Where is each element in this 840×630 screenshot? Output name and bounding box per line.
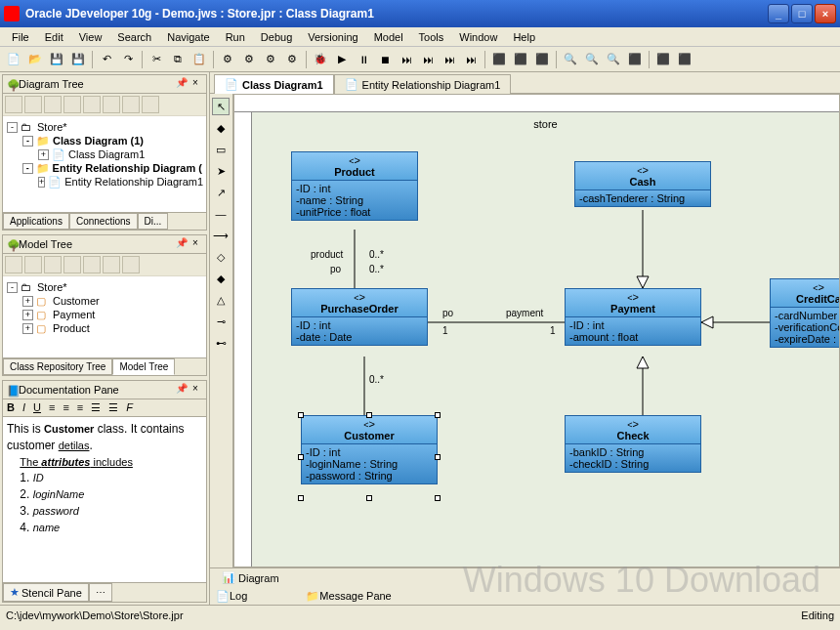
step-icon[interactable]: ⏭ bbox=[418, 50, 438, 69]
diagram-canvas[interactable]: store <>Product-ID : int-name : String-u… bbox=[233, 94, 840, 567]
palette-tool[interactable]: ➤ bbox=[212, 162, 230, 180]
close-pane-icon[interactable]: × bbox=[189, 77, 202, 91]
menu-search[interactable]: Search bbox=[109, 29, 159, 45]
tab-diagram[interactable]: 📊Diagram bbox=[214, 569, 287, 586]
tool-icon[interactable]: ⬛ bbox=[489, 50, 509, 69]
align-center-icon[interactable]: ≡ bbox=[61, 401, 70, 414]
tool-icon[interactable]: ⚙ bbox=[218, 50, 237, 69]
close-pane-icon[interactable]: × bbox=[189, 237, 202, 251]
toolbar-btn[interactable] bbox=[24, 256, 42, 273]
save-all-icon[interactable]: 💾 bbox=[68, 50, 88, 69]
toolbar-btn[interactable] bbox=[63, 256, 81, 273]
pin-icon[interactable]: 📌 bbox=[175, 237, 189, 251]
tool-icon[interactable]: ⬛ bbox=[532, 50, 552, 69]
tree-root[interactable]: -🗀Store* bbox=[7, 120, 202, 134]
tab-er-diagram[interactable]: 📄Entity Relationship Diagram1 bbox=[334, 74, 512, 94]
cut-icon[interactable]: ✂ bbox=[147, 50, 166, 69]
toolbar-btn[interactable] bbox=[142, 96, 159, 113]
tool-icon[interactable]: ⬛ bbox=[653, 50, 673, 69]
toolbar-btn[interactable] bbox=[5, 96, 22, 113]
palette-tool[interactable]: ◆ bbox=[212, 270, 230, 287]
toolbar-btn[interactable] bbox=[24, 96, 42, 113]
italic-button[interactable]: I bbox=[21, 401, 27, 414]
align-right-icon[interactable]: ≡ bbox=[75, 401, 85, 414]
tree-item[interactable]: +📄Class Diagram1 bbox=[7, 147, 202, 161]
diagram-tree[interactable]: -🗀Store* -📁Class Diagram (1) +📄Class Dia… bbox=[3, 116, 206, 212]
menu-file[interactable]: File bbox=[4, 29, 37, 45]
tree-item[interactable]: -📁Class Diagram (1) bbox=[7, 134, 202, 147]
zoom-out-icon[interactable]: 🔍 bbox=[582, 50, 602, 69]
class-product[interactable]: <>Product-ID : int-name : String-unitPri… bbox=[291, 151, 418, 221]
toolbar-btn[interactable] bbox=[103, 256, 120, 273]
toolbar-btn[interactable] bbox=[63, 96, 81, 113]
tab-message[interactable]: 📁Message Pane bbox=[306, 590, 391, 603]
menu-edit[interactable]: Edit bbox=[37, 29, 71, 45]
palette-tool[interactable]: — bbox=[212, 205, 230, 223]
zoom-in-icon[interactable]: 🔍 bbox=[561, 50, 580, 69]
tab-log[interactable]: 📄Log bbox=[216, 590, 247, 603]
palette-tool[interactable]: ↗ bbox=[212, 184, 230, 201]
tool-icon[interactable]: ⬛ bbox=[625, 50, 645, 69]
tree-root[interactable]: -🗀Store* bbox=[7, 280, 202, 294]
menu-model[interactable]: Model bbox=[366, 29, 411, 45]
bold-button[interactable]: B bbox=[5, 401, 17, 414]
tab-connections[interactable]: Connections bbox=[69, 213, 138, 230]
tool-icon[interactable]: ⬛ bbox=[675, 50, 694, 69]
tab-class-repo[interactable]: Class Repository Tree bbox=[3, 358, 112, 375]
tab-model-tree[interactable]: Model Tree bbox=[112, 358, 175, 375]
menu-view[interactable]: View bbox=[71, 29, 110, 45]
toolbar-btn[interactable] bbox=[122, 256, 140, 273]
tab-di[interactable]: Di... bbox=[138, 213, 169, 230]
tree-item[interactable]: +▢Payment bbox=[7, 308, 202, 321]
new-icon[interactable]: 📄 bbox=[4, 50, 23, 69]
tree-item[interactable]: -📁Entity Relationship Diagram ( bbox=[7, 161, 202, 175]
tool-icon[interactable]: ⬛ bbox=[511, 50, 530, 69]
redo-icon[interactable]: ↷ bbox=[118, 50, 138, 69]
class-payment[interactable]: <>Payment-ID : int-amount : float bbox=[565, 288, 701, 346]
save-icon[interactable]: 💾 bbox=[47, 50, 66, 69]
pause-icon[interactable]: ⏸ bbox=[354, 50, 373, 69]
tool-icon[interactable]: ⚙ bbox=[239, 50, 259, 69]
pin-icon[interactable]: 📌 bbox=[175, 383, 189, 397]
menu-debug[interactable]: Debug bbox=[253, 29, 300, 45]
tab-applications[interactable]: Applications bbox=[3, 213, 69, 230]
debug-icon[interactable]: 🐞 bbox=[311, 50, 330, 69]
menu-help[interactable]: Help bbox=[505, 29, 543, 45]
palette-tool[interactable]: ⊸ bbox=[212, 313, 230, 330]
tree-item[interactable]: +▢Product bbox=[7, 321, 202, 335]
toolbar-btn[interactable] bbox=[5, 256, 22, 273]
class-check[interactable]: <>Check-bankID : String-checkID : String bbox=[565, 415, 701, 473]
tree-item[interactable]: +📄Entity Relationship Diagram1 bbox=[7, 175, 202, 189]
toolbar-btn[interactable] bbox=[83, 256, 101, 273]
palette-tool[interactable]: ◆ bbox=[212, 119, 230, 137]
step-icon[interactable]: ⏭ bbox=[397, 50, 416, 69]
zoom-fit-icon[interactable]: 🔍 bbox=[604, 50, 623, 69]
tree-item[interactable]: +▢Customer bbox=[7, 294, 202, 308]
toolbar-btn[interactable] bbox=[103, 96, 120, 113]
list-icon[interactable]: ☰ bbox=[106, 401, 120, 414]
model-tree[interactable]: -🗀Store* +▢Customer +▢Payment +▢Product bbox=[3, 276, 206, 357]
tool-icon[interactable]: ⚙ bbox=[282, 50, 302, 69]
align-left-icon[interactable]: ≡ bbox=[47, 401, 57, 414]
class-creditcard[interactable]: <>CreditCa-cardNumber : -verificationCo-… bbox=[770, 278, 840, 348]
menu-tools[interactable]: Tools bbox=[411, 29, 452, 45]
undo-icon[interactable]: ↶ bbox=[97, 50, 116, 69]
copy-icon[interactable]: ⧉ bbox=[168, 50, 188, 69]
toolbar-btn[interactable] bbox=[44, 96, 62, 113]
step-icon[interactable]: ⏭ bbox=[440, 50, 459, 69]
palette-tool[interactable]: ⟶ bbox=[212, 227, 230, 244]
tab-stencil[interactable]: ★Stencil Pane bbox=[3, 583, 89, 602]
close-button[interactable]: × bbox=[815, 4, 836, 23]
paste-icon[interactable]: 📋 bbox=[189, 50, 209, 69]
list-icon[interactable]: ☰ bbox=[89, 401, 103, 414]
tab-more[interactable]: ⋯ bbox=[89, 583, 112, 602]
class-cash[interactable]: <>Cash-cashTenderer : String bbox=[574, 161, 711, 207]
menu-window[interactable]: Window bbox=[451, 29, 505, 45]
tool-icon[interactable]: ⚙ bbox=[261, 50, 280, 69]
step-icon[interactable]: ⏭ bbox=[461, 50, 481, 69]
palette-tool[interactable]: ⊷ bbox=[212, 334, 230, 352]
close-pane-icon[interactable]: × bbox=[189, 383, 202, 397]
underline-button[interactable]: U bbox=[31, 401, 43, 414]
menu-versioning[interactable]: Versioning bbox=[300, 29, 365, 45]
doc-content[interactable]: This is Customer class. It contains cust… bbox=[3, 417, 206, 582]
